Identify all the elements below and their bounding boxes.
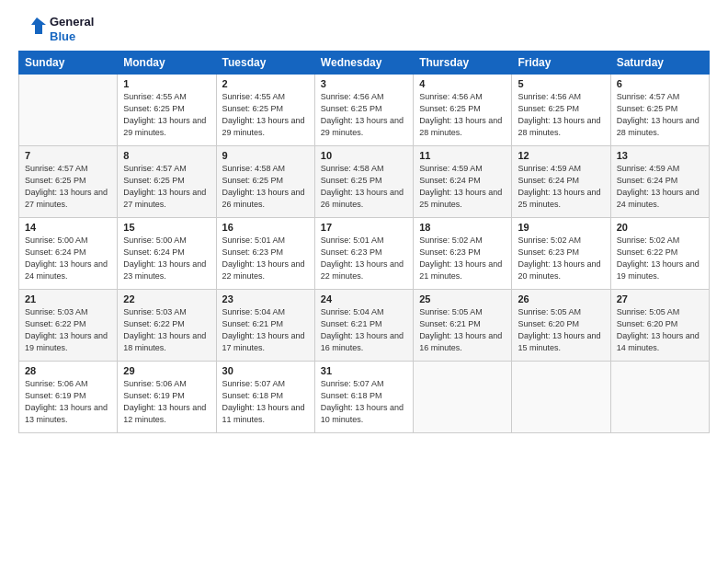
calendar-week-2: 7Sunrise: 4:57 AM Sunset: 6:25 PM Daylig…: [19, 146, 710, 218]
day-info: Sunrise: 5:05 AM Sunset: 6:20 PM Dayligh…: [617, 306, 703, 354]
calendar-cell: 27Sunrise: 5:05 AM Sunset: 6:20 PM Dayli…: [610, 290, 709, 362]
day-number: 24: [321, 293, 407, 304]
day-number: 15: [123, 222, 210, 233]
calendar-cell: 20Sunrise: 5:02 AM Sunset: 6:22 PM Dayli…: [610, 218, 709, 290]
calendar-cell: 1Sunrise: 4:55 AM Sunset: 6:25 PM Daylig…: [118, 75, 216, 146]
calendar-cell: 9Sunrise: 4:58 AM Sunset: 6:25 PM Daylig…: [216, 146, 314, 218]
calendar-cell: 23Sunrise: 5:04 AM Sunset: 6:21 PM Dayli…: [216, 290, 314, 362]
calendar-cell: 4Sunrise: 4:56 AM Sunset: 6:25 PM Daylig…: [414, 75, 512, 146]
calendar-cell: 22Sunrise: 5:03 AM Sunset: 6:22 PM Dayli…: [118, 290, 216, 362]
day-number: 20: [617, 222, 703, 233]
day-info: Sunrise: 5:02 AM Sunset: 6:23 PM Dayligh…: [518, 235, 604, 282]
day-number: 8: [123, 150, 210, 161]
day-number: 18: [419, 222, 506, 233]
calendar-week-5: 28Sunrise: 5:06 AM Sunset: 6:19 PM Dayli…: [19, 362, 710, 433]
calendar-cell: 28Sunrise: 5:06 AM Sunset: 6:19 PM Dayli…: [19, 362, 118, 433]
calendar-cell: 15Sunrise: 5:00 AM Sunset: 6:24 PM Dayli…: [118, 218, 216, 290]
calendar-cell: 31Sunrise: 5:07 AM Sunset: 6:18 PM Dayli…: [314, 362, 413, 433]
day-info: Sunrise: 4:59 AM Sunset: 6:24 PM Dayligh…: [518, 163, 604, 211]
day-info: Sunrise: 5:05 AM Sunset: 6:20 PM Dayligh…: [518, 306, 604, 354]
calendar-cell: 11Sunrise: 4:59 AM Sunset: 6:24 PM Dayli…: [414, 146, 512, 218]
calendar-cell: 3Sunrise: 4:56 AM Sunset: 6:25 PM Daylig…: [314, 75, 413, 146]
calendar-cell: 25Sunrise: 5:05 AM Sunset: 6:21 PM Dayli…: [414, 290, 512, 362]
day-info: Sunrise: 5:07 AM Sunset: 6:18 PM Dayligh…: [222, 378, 309, 426]
day-info: Sunrise: 5:03 AM Sunset: 6:22 PM Dayligh…: [123, 306, 210, 354]
day-number: 19: [518, 222, 604, 233]
logo-text-block: General Blue: [18, 15, 94, 43]
day-info: Sunrise: 4:56 AM Sunset: 6:25 PM Dayligh…: [321, 91, 407, 139]
day-number: 30: [222, 365, 309, 376]
calendar-cell: 10Sunrise: 4:58 AM Sunset: 6:25 PM Dayli…: [314, 146, 413, 218]
logo-words: General Blue: [50, 15, 94, 43]
calendar-cell: 16Sunrise: 5:01 AM Sunset: 6:23 PM Dayli…: [216, 218, 314, 290]
calendar-cell: [19, 75, 118, 146]
day-number: 1: [123, 78, 210, 89]
col-header-thursday: Thursday: [414, 52, 512, 75]
calendar-cell: 12Sunrise: 4:59 AM Sunset: 6:24 PM Dayli…: [512, 146, 610, 218]
calendar-cell: [414, 362, 512, 433]
day-number: 25: [419, 293, 506, 304]
calendar-cell: [610, 362, 709, 433]
logo: General Blue: [18, 15, 94, 43]
col-header-friday: Friday: [512, 52, 610, 75]
day-number: 6: [617, 78, 703, 89]
day-info: Sunrise: 4:56 AM Sunset: 6:25 PM Dayligh…: [419, 91, 506, 139]
calendar-cell: 30Sunrise: 5:07 AM Sunset: 6:18 PM Dayli…: [216, 362, 314, 433]
day-number: 21: [25, 293, 111, 304]
calendar-cell: 26Sunrise: 5:05 AM Sunset: 6:20 PM Dayli…: [512, 290, 610, 362]
day-info: Sunrise: 5:06 AM Sunset: 6:19 PM Dayligh…: [25, 378, 111, 426]
svg-marker-0: [31, 17, 46, 34]
page-container: General Blue SundayMondayTuesdayWednesda…: [0, 0, 728, 442]
day-info: Sunrise: 5:01 AM Sunset: 6:23 PM Dayligh…: [222, 235, 309, 282]
day-info: Sunrise: 5:00 AM Sunset: 6:24 PM Dayligh…: [25, 235, 111, 282]
day-number: 9: [222, 150, 309, 161]
day-info: Sunrise: 5:02 AM Sunset: 6:22 PM Dayligh…: [617, 235, 703, 282]
calendar-cell: 6Sunrise: 4:57 AM Sunset: 6:25 PM Daylig…: [610, 75, 709, 146]
day-number: 11: [419, 150, 506, 161]
col-header-sunday: Sunday: [19, 52, 118, 75]
day-number: 7: [25, 150, 111, 161]
col-header-tuesday: Tuesday: [216, 52, 314, 75]
calendar-cell: 5Sunrise: 4:56 AM Sunset: 6:25 PM Daylig…: [512, 75, 610, 146]
day-info: Sunrise: 4:58 AM Sunset: 6:25 PM Dayligh…: [222, 163, 309, 211]
day-number: 22: [123, 293, 210, 304]
day-info: Sunrise: 4:58 AM Sunset: 6:25 PM Dayligh…: [321, 163, 407, 211]
calendar-week-4: 21Sunrise: 5:03 AM Sunset: 6:22 PM Dayli…: [19, 290, 710, 362]
day-info: Sunrise: 5:02 AM Sunset: 6:23 PM Dayligh…: [419, 235, 506, 282]
day-number: 3: [321, 78, 407, 89]
day-info: Sunrise: 4:57 AM Sunset: 6:25 PM Dayligh…: [123, 163, 210, 211]
calendar-cell: [512, 362, 610, 433]
day-info: Sunrise: 5:04 AM Sunset: 6:21 PM Dayligh…: [321, 306, 407, 354]
calendar-cell: 13Sunrise: 4:59 AM Sunset: 6:24 PM Dayli…: [610, 146, 709, 218]
col-header-monday: Monday: [118, 52, 216, 75]
day-info: Sunrise: 5:06 AM Sunset: 6:19 PM Dayligh…: [123, 378, 210, 426]
day-info: Sunrise: 4:56 AM Sunset: 6:25 PM Dayligh…: [518, 91, 604, 139]
logo-general: General: [50, 15, 94, 29]
calendar-week-3: 14Sunrise: 5:00 AM Sunset: 6:24 PM Dayli…: [19, 218, 710, 290]
day-number: 26: [518, 293, 604, 304]
day-number: 31: [321, 365, 407, 376]
day-info: Sunrise: 4:57 AM Sunset: 6:25 PM Dayligh…: [617, 91, 703, 139]
col-header-saturday: Saturday: [610, 52, 709, 75]
logo-blue: Blue: [50, 29, 94, 44]
day-info: Sunrise: 4:55 AM Sunset: 6:25 PM Dayligh…: [222, 91, 309, 139]
day-number: 17: [321, 222, 407, 233]
day-number: 10: [321, 150, 407, 161]
day-number: 28: [25, 365, 111, 376]
day-info: Sunrise: 5:00 AM Sunset: 6:24 PM Dayligh…: [123, 235, 210, 282]
calendar-cell: 29Sunrise: 5:06 AM Sunset: 6:19 PM Dayli…: [118, 362, 216, 433]
day-number: 5: [518, 78, 604, 89]
day-info: Sunrise: 5:04 AM Sunset: 6:21 PM Dayligh…: [222, 306, 309, 354]
day-info: Sunrise: 5:03 AM Sunset: 6:22 PM Dayligh…: [25, 306, 111, 354]
calendar-cell: 14Sunrise: 5:00 AM Sunset: 6:24 PM Dayli…: [19, 218, 118, 290]
day-info: Sunrise: 5:05 AM Sunset: 6:21 PM Dayligh…: [419, 306, 506, 354]
day-number: 2: [222, 78, 309, 89]
day-info: Sunrise: 5:07 AM Sunset: 6:18 PM Dayligh…: [321, 378, 407, 426]
calendar-cell: 24Sunrise: 5:04 AM Sunset: 6:21 PM Dayli…: [314, 290, 413, 362]
day-info: Sunrise: 4:55 AM Sunset: 6:25 PM Dayligh…: [123, 91, 210, 139]
header-row: SundayMondayTuesdayWednesdayThursdayFrid…: [19, 52, 710, 75]
calendar-week-1: 1Sunrise: 4:55 AM Sunset: 6:25 PM Daylig…: [19, 75, 710, 146]
calendar-cell: 19Sunrise: 5:02 AM Sunset: 6:23 PM Dayli…: [512, 218, 610, 290]
day-info: Sunrise: 4:59 AM Sunset: 6:24 PM Dayligh…: [617, 163, 703, 211]
calendar-cell: 21Sunrise: 5:03 AM Sunset: 6:22 PM Dayli…: [19, 290, 118, 362]
